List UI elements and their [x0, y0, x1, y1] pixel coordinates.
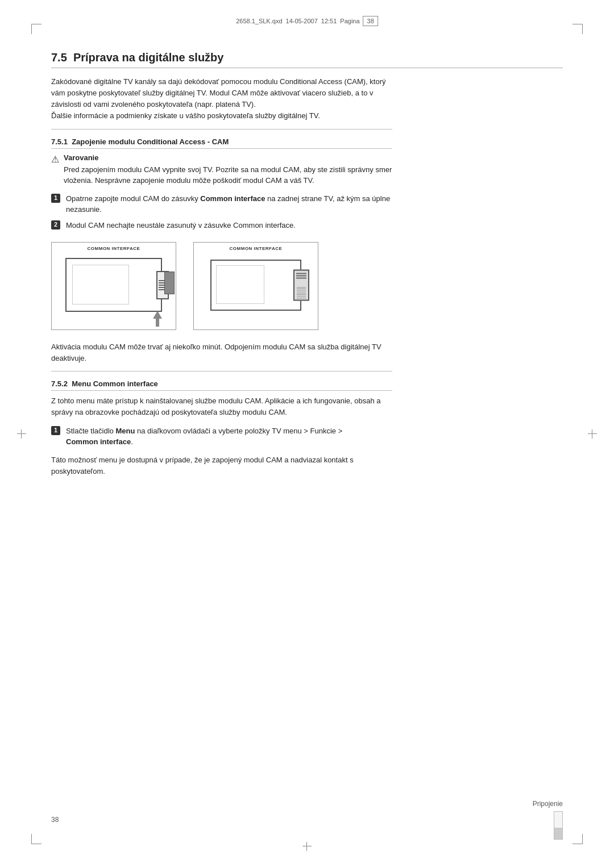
divider-2	[51, 371, 392, 372]
subsection-1-title: 7.5.1 Zapojenie modulu Conditional Acces…	[51, 137, 392, 149]
diagram-container: COMMON INTERFACE	[51, 242, 392, 330]
subsection2-step-1: 1 Stlačte tlačidlo Menu na diaľkovom ovl…	[51, 425, 392, 448]
step-2: 2 Modul CAM nechajte neustále zasunutý v…	[51, 220, 392, 231]
subsection-2-heading: Menu Common interface	[72, 379, 158, 388]
page-footer: 38 Pripojenie	[51, 800, 563, 840]
subsection2-footer-note: Táto možnosť menu je dostupná v prípade,…	[51, 454, 392, 477]
meta-header: 2658.1_SLK.qxd 14-05-2007 12:51 Pagina 3…	[236, 16, 378, 26]
meta-file: 2658.1_SLK.qxd	[236, 18, 282, 24]
diagram-right-label: COMMON INTERFACE	[230, 246, 283, 252]
footer-scrollbar-thumb	[554, 828, 562, 839]
meta-time: 12:51	[321, 18, 337, 24]
cam-stripe-3	[296, 277, 306, 278]
corner-mark-bl	[31, 834, 42, 844]
warning-icon: ⚠	[51, 154, 59, 165]
main-content: 7.5 Príprava na digitálne služby Zakódov…	[51, 51, 563, 477]
tv-back-left	[60, 254, 168, 316]
cam-inserted	[293, 269, 309, 301]
section-heading: Príprava na digitálne služby	[73, 51, 224, 64]
conn-line-5	[297, 293, 306, 294]
subsection-2-title: 7.5.2 Menu Common interface	[51, 379, 392, 391]
cam-connector	[296, 287, 307, 298]
tv-right-inner	[216, 265, 264, 304]
step-1-text: Opatrne zapojte modul CAM do zásuvky Com…	[66, 193, 392, 215]
footer-page-number: 38	[51, 816, 59, 824]
subsection2-intro: Z tohto menu máte prístup k nainštalovan…	[51, 395, 392, 418]
section-intro: Zakódované digitálne TV kanály sa dajú d…	[51, 76, 392, 122]
corner-mark-tl	[31, 24, 42, 34]
tv-inner	[72, 265, 129, 304]
crosshair-right	[588, 429, 597, 439]
conn-line-3	[297, 290, 306, 291]
conn-line-2	[297, 289, 306, 289]
arrow-shaft	[156, 319, 159, 327]
conn-line-8	[297, 298, 306, 298]
footer-scrollbar	[554, 811, 563, 840]
steps-list: 1 Opatrne zapojte modul CAM do zásuvky C…	[51, 193, 392, 231]
diagram-left: COMMON INTERFACE	[51, 242, 176, 330]
section-number: 7.5	[51, 51, 67, 64]
diagram-left-label: COMMON INTERFACE	[88, 246, 140, 252]
after-diagram-text: Aktivácia modulu CAM môže trvať aj nieko…	[51, 341, 392, 364]
crosshair-left	[17, 429, 26, 439]
cam-stripe-2	[296, 275, 306, 276]
corner-mark-br	[572, 834, 583, 844]
footer-section-label: Pripojenie	[533, 800, 563, 808]
meta-page-label: Pagina	[340, 18, 359, 24]
step-2-badge: 2	[51, 220, 60, 229]
step-1: 1 Opatrne zapojte modul CAM do zásuvky C…	[51, 193, 392, 215]
conn-line-6	[297, 295, 306, 295]
arrow-up	[153, 311, 162, 319]
subsection-2-number: 7.5.2	[51, 379, 68, 388]
tv-right	[210, 260, 301, 311]
subsection-1-heading: Zapojenie modulu Conditional Access - CA…	[72, 137, 229, 146]
conn-line-4	[297, 291, 306, 292]
cam-card-inserting	[164, 272, 175, 294]
warning-block: ⚠ Varovanie Pred zapojením modulu CAM vy…	[51, 153, 392, 186]
warning-title: Varovanie	[64, 153, 392, 162]
warning-text: Pred zapojením modulu CAM vypnite svoj T…	[64, 164, 392, 186]
section-title: 7.5 Príprava na digitálne služby	[51, 51, 563, 68]
corner-mark-tr	[572, 24, 583, 34]
tv-right-container	[202, 254, 310, 316]
conn-line-7	[297, 297, 306, 297]
step-2-text: Modul CAM nechajte neustále zasunutý v z…	[66, 220, 296, 231]
warning-content: Varovanie Pred zapojením modulu CAM vypn…	[64, 153, 392, 186]
meta-page-number: 38	[363, 16, 378, 26]
conn-line-1	[297, 287, 306, 287]
cam-stripe-1	[296, 273, 306, 274]
tv-outline-left	[65, 258, 162, 312]
diagram-right: COMMON INTERFACE	[193, 242, 318, 330]
insert-arrow-container	[153, 311, 162, 327]
crosshair-bottom	[302, 842, 312, 851]
footer-right: Pripojenie	[533, 800, 563, 840]
subsection-1-number: 7.5.1	[51, 137, 68, 146]
divider-1	[51, 129, 392, 130]
subsection2-steps: 1 Stlačte tlačidlo Menu na diaľkovom ovl…	[51, 425, 392, 448]
meta-date: 14-05-2007	[286, 18, 318, 24]
step-1-badge: 1	[51, 194, 60, 203]
subsection2-step-1-badge: 1	[51, 426, 60, 435]
subsection2-step-1-text: Stlačte tlačidlo Menu na diaľkovom ovlád…	[66, 425, 342, 448]
